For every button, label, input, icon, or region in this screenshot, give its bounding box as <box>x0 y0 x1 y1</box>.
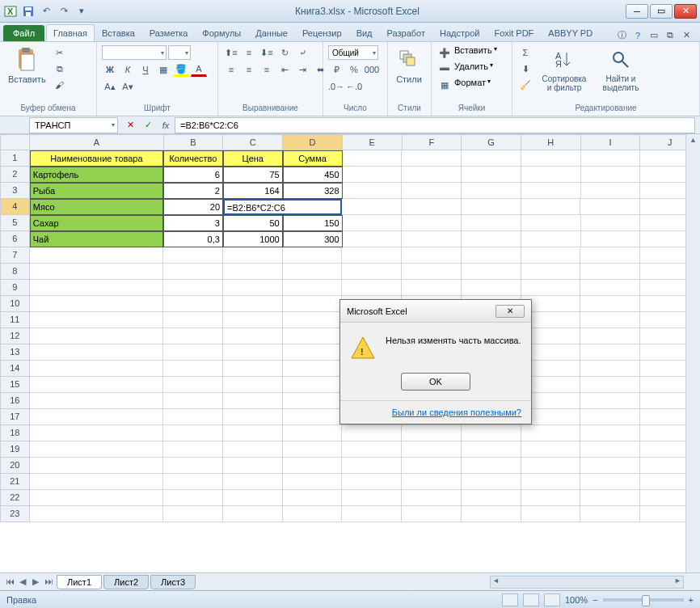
cell[interactable] <box>283 280 343 296</box>
cell[interactable] <box>580 458 640 474</box>
row-header[interactable]: 11 <box>0 312 30 328</box>
cell[interactable] <box>402 150 462 167</box>
cell[interactable]: 75 <box>223 167 283 183</box>
cell[interactable] <box>402 474 462 490</box>
cell[interactable] <box>283 296 343 312</box>
cell[interactable] <box>30 312 163 328</box>
cell[interactable] <box>580 490 640 506</box>
cell[interactable] <box>283 458 343 474</box>
cell[interactable] <box>343 150 403 167</box>
cell[interactable] <box>521 425 581 441</box>
cell[interactable] <box>283 377 343 393</box>
cell[interactable] <box>283 490 343 506</box>
wrap-text-icon[interactable]: ⤶ <box>294 45 310 60</box>
copy-icon[interactable]: ⧉ <box>53 61 67 76</box>
percent-icon[interactable]: % <box>346 62 362 77</box>
cell[interactable] <box>462 215 521 231</box>
cell[interactable] <box>342 490 402 506</box>
cell[interactable] <box>521 280 581 296</box>
cell[interactable] <box>223 361 283 377</box>
cells-insert-button[interactable]: ➕Вставить▾ <box>436 45 497 60</box>
cell[interactable] <box>462 490 521 506</box>
shrink-font-icon[interactable]: A▾ <box>120 79 136 94</box>
cell[interactable] <box>402 215 462 231</box>
name-box[interactable]: ТРАНСП <box>29 117 118 133</box>
cell[interactable] <box>581 183 641 199</box>
cell[interactable] <box>163 490 223 506</box>
cell[interactable] <box>223 458 283 474</box>
cell[interactable] <box>163 296 223 312</box>
message-box-close-button[interactable]: ✕ <box>495 305 525 318</box>
cell[interactable]: 3 <box>163 215 223 231</box>
cell[interactable] <box>223 506 283 522</box>
row-header[interactable]: 12 <box>0 328 30 344</box>
cell[interactable] <box>163 474 223 490</box>
cell[interactable] <box>163 280 223 296</box>
cell[interactable] <box>30 506 163 522</box>
ribbon-min-icon[interactable]: ▭ <box>648 30 660 40</box>
editing-cell[interactable]: =B2:B6*C2:C6 <box>223 199 342 215</box>
cell[interactable] <box>30 409 163 425</box>
cell[interactable] <box>342 199 402 215</box>
row-header[interactable]: 17 <box>0 409 30 425</box>
formula-input[interactable]: =B2:B6*C2:C6 <box>175 117 695 133</box>
ribbon-close-icon[interactable]: ✕ <box>681 30 692 40</box>
cell[interactable]: 328 <box>283 183 343 199</box>
cell[interactable] <box>30 361 163 377</box>
maximize-button[interactable]: ▭ <box>650 4 673 19</box>
cell[interactable] <box>580 328 640 344</box>
row-header[interactable]: 13 <box>0 344 30 361</box>
row-header[interactable]: 14 <box>0 361 30 377</box>
cell[interactable] <box>30 377 163 393</box>
currency-icon[interactable]: ₽ <box>328 62 344 77</box>
sheet-nav-arrows[interactable]: ⏮◀▶⏭ <box>3 576 55 587</box>
fill-icon[interactable]: ⬇ <box>517 61 533 76</box>
row-header[interactable]: 15 <box>0 377 30 393</box>
cell[interactable] <box>581 150 641 167</box>
cell[interactable] <box>580 344 640 361</box>
cell[interactable]: Чай <box>30 231 163 247</box>
cell[interactable] <box>462 247 521 264</box>
format-painter-icon[interactable]: 🖌 <box>53 78 67 92</box>
cell[interactable]: 450 <box>283 167 343 183</box>
cell[interactable] <box>581 167 641 183</box>
orientation-icon[interactable]: ↻ <box>276 45 293 60</box>
cell[interactable] <box>521 183 581 199</box>
row-header[interactable]: 19 <box>0 441 30 458</box>
cell[interactable] <box>462 506 521 522</box>
font-name-combo[interactable] <box>102 45 167 60</box>
cell[interactable] <box>402 231 462 247</box>
view-normal-icon[interactable] <box>502 593 518 606</box>
cell[interactable] <box>223 312 283 328</box>
cell[interactable] <box>402 458 462 474</box>
cell[interactable] <box>581 215 641 231</box>
find-select-button[interactable]: Найти и выделить <box>595 45 647 94</box>
cell[interactable] <box>521 199 581 215</box>
cell[interactable] <box>30 441 163 458</box>
cell[interactable] <box>462 199 521 215</box>
cell[interactable] <box>163 344 223 361</box>
row-header[interactable]: 22 <box>0 490 30 506</box>
cell[interactable] <box>342 264 402 280</box>
minimize-ribbon-icon[interactable]: ⓘ <box>616 29 627 41</box>
underline-icon[interactable]: Ч <box>137 62 154 77</box>
cell[interactable] <box>223 377 283 393</box>
cell[interactable] <box>163 393 223 409</box>
cell[interactable] <box>30 393 163 409</box>
cell[interactable] <box>521 458 581 474</box>
row-header[interactable]: 18 <box>0 425 30 441</box>
cell[interactable] <box>521 247 581 264</box>
cell[interactable] <box>283 247 343 264</box>
cell[interactable] <box>402 506 462 522</box>
cell[interactable] <box>462 150 521 167</box>
cell[interactable] <box>163 377 223 393</box>
cell[interactable]: 0,3 <box>163 231 223 247</box>
cell[interactable]: Рыба <box>30 183 163 199</box>
cell[interactable] <box>342 441 402 458</box>
cell[interactable] <box>580 361 640 377</box>
cell[interactable] <box>163 361 223 377</box>
cell[interactable]: Цена <box>223 150 283 167</box>
cell[interactable]: Наименование товара <box>30 150 163 167</box>
cell[interactable] <box>30 328 163 344</box>
zoom-in-icon[interactable]: + <box>689 595 694 605</box>
